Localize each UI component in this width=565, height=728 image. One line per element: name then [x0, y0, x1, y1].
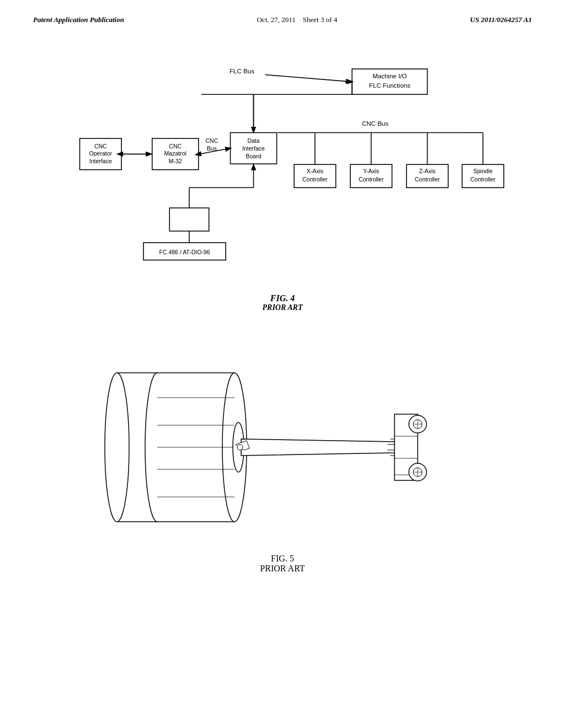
svg-text:FC 486 / AT-DIO-96: FC 486 / AT-DIO-96 — [159, 249, 210, 255]
svg-text:Spindle: Spindle — [473, 168, 493, 174]
svg-text:CNC Bus: CNC Bus — [362, 120, 388, 127]
page-header: Patent Application Publication Oct. 27, … — [0, 0, 565, 24]
svg-text:CNC: CNC — [169, 143, 182, 149]
svg-text:Interface: Interface — [89, 158, 112, 164]
svg-text:FLC Bus: FLC Bus — [230, 68, 254, 74]
svg-text:Controller: Controller — [359, 176, 384, 183]
svg-rect-42 — [169, 208, 209, 231]
svg-text:Operator: Operator — [89, 151, 113, 157]
svg-line-4 — [265, 75, 351, 82]
svg-point-68 — [237, 445, 243, 450]
fig4-label: FIG. 4 PRIOR ART — [33, 293, 532, 312]
svg-text:M-32: M-32 — [169, 158, 182, 164]
svg-marker-66 — [241, 439, 396, 456]
svg-text:CNC: CNC — [94, 143, 107, 149]
patent-number: US 2011/0264257 A1 — [470, 15, 532, 24]
svg-text:Interface: Interface — [242, 145, 265, 152]
publication-label: Patent Application Publication — [33, 15, 124, 24]
svg-point-87 — [105, 373, 129, 522]
fig4-diagram: Machine I/O FLC Functions FLC Bus CNC Op… — [33, 57, 532, 289]
svg-text:Mazatrol: Mazatrol — [164, 151, 186, 157]
svg-text:Machine I/O: Machine I/O — [372, 73, 407, 79]
fig4-number: FIG. 4 — [33, 293, 532, 303]
fig5-label: FIG. 5 PRIOR ART — [33, 554, 532, 574]
svg-text:FLC Functions: FLC Functions — [369, 82, 411, 89]
svg-text:Controller: Controller — [302, 176, 328, 183]
svg-text:Controller: Controller — [471, 176, 496, 183]
svg-text:Controller: Controller — [415, 176, 440, 183]
fig4-prior-art: PRIOR ART — [33, 303, 532, 312]
publication-date: Oct. 27, 2011 — [257, 15, 295, 24]
fig5-number: FIG. 5 — [33, 554, 532, 564]
date-sheet: Oct. 27, 2011 Sheet 3 of 4 — [257, 15, 337, 24]
svg-text:Board: Board — [246, 153, 261, 159]
svg-text:Y-Axis: Y-Axis — [363, 168, 379, 174]
svg-text:Data: Data — [247, 137, 259, 144]
sheet-info: Sheet 3 of 4 — [303, 15, 337, 24]
fig5-diagram — [33, 345, 532, 549]
svg-text:Z-Axis: Z-Axis — [419, 168, 436, 174]
svg-text:X-Axis: X-Axis — [307, 168, 323, 174]
svg-text:CNC: CNC — [206, 137, 218, 144]
fig5-prior-art: PRIOR ART — [33, 564, 532, 574]
